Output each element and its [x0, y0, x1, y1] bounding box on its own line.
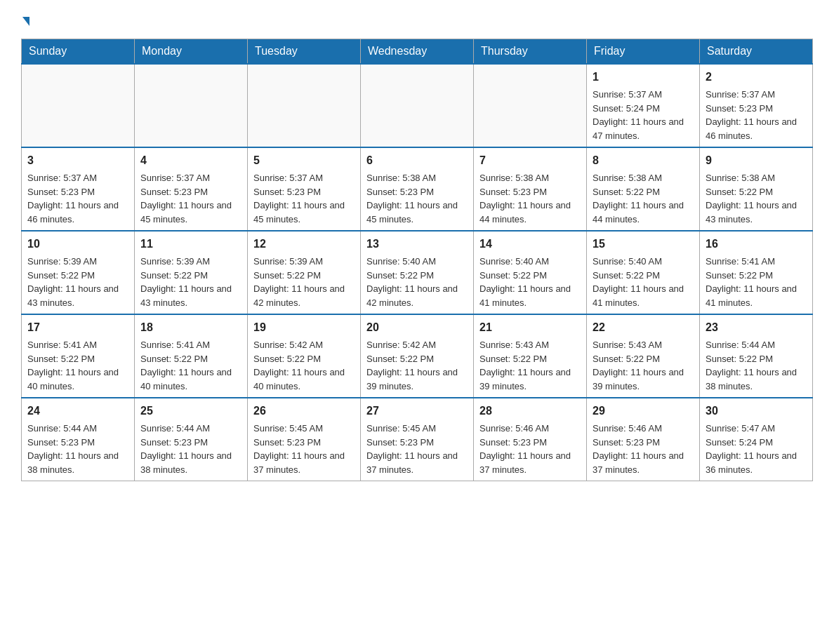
- calendar-cell: 23Sunrise: 5:44 AMSunset: 5:22 PMDayligh…: [700, 314, 813, 398]
- col-tuesday: Tuesday: [248, 39, 361, 65]
- cell-content: 15Sunrise: 5:40 AMSunset: 5:22 PMDayligh…: [593, 236, 694, 309]
- cell-content: 1Sunrise: 5:37 AMSunset: 5:24 PMDaylight…: [593, 69, 694, 142]
- day-number: 6: [366, 152, 468, 169]
- day-number: 21: [479, 319, 581, 336]
- calendar-cell: [361, 64, 474, 147]
- day-number: 13: [366, 236, 468, 253]
- calendar-cell: 6Sunrise: 5:38 AMSunset: 5:23 PMDaylight…: [361, 147, 474, 231]
- day-number: 11: [140, 236, 241, 253]
- calendar-cell: 1Sunrise: 5:37 AMSunset: 5:24 PMDaylight…: [587, 64, 700, 147]
- week-row-2: 3Sunrise: 5:37 AMSunset: 5:23 PMDaylight…: [22, 147, 813, 231]
- day-number: 29: [593, 403, 694, 420]
- calendar-table: Sunday Monday Tuesday Wednesday Thursday…: [21, 39, 813, 481]
- calendar-cell: 24Sunrise: 5:44 AMSunset: 5:23 PMDayligh…: [22, 398, 135, 481]
- calendar-cell: 15Sunrise: 5:40 AMSunset: 5:22 PMDayligh…: [587, 231, 700, 314]
- day-number: 5: [253, 152, 355, 169]
- cell-content: 26Sunrise: 5:45 AMSunset: 5:23 PMDayligh…: [253, 403, 355, 476]
- day-number: 9: [706, 152, 807, 169]
- page-header: [21, 14, 813, 26]
- logo: [21, 14, 29, 26]
- cell-content: 13Sunrise: 5:40 AMSunset: 5:22 PMDayligh…: [366, 236, 468, 309]
- day-number: 19: [253, 319, 355, 336]
- calendar-cell: 7Sunrise: 5:38 AMSunset: 5:23 PMDaylight…: [474, 147, 587, 231]
- day-number: 2: [706, 69, 807, 86]
- cell-content: 28Sunrise: 5:46 AMSunset: 5:23 PMDayligh…: [479, 403, 581, 476]
- calendar-cell: 29Sunrise: 5:46 AMSunset: 5:23 PMDayligh…: [587, 398, 700, 481]
- col-friday: Friday: [587, 39, 700, 65]
- col-saturday: Saturday: [700, 39, 813, 65]
- day-number: 7: [479, 152, 581, 169]
- cell-content: 3Sunrise: 5:37 AMSunset: 5:23 PMDaylight…: [27, 152, 128, 226]
- calendar-cell: 30Sunrise: 5:47 AMSunset: 5:24 PMDayligh…: [700, 398, 813, 481]
- cell-content: 9Sunrise: 5:38 AMSunset: 5:22 PMDaylight…: [706, 152, 807, 226]
- cell-content: 21Sunrise: 5:43 AMSunset: 5:22 PMDayligh…: [479, 319, 581, 393]
- cell-content: 11Sunrise: 5:39 AMSunset: 5:22 PMDayligh…: [140, 236, 241, 309]
- calendar-cell: 22Sunrise: 5:43 AMSunset: 5:22 PMDayligh…: [587, 314, 700, 398]
- day-number: 20: [366, 319, 468, 336]
- calendar-cell: 18Sunrise: 5:41 AMSunset: 5:22 PMDayligh…: [135, 314, 248, 398]
- cell-content: 23Sunrise: 5:44 AMSunset: 5:22 PMDayligh…: [706, 319, 807, 393]
- day-number: 23: [706, 319, 807, 336]
- day-number: 4: [140, 152, 241, 169]
- day-number: 12: [253, 236, 355, 253]
- col-monday: Monday: [135, 39, 248, 65]
- calendar-cell: 14Sunrise: 5:40 AMSunset: 5:22 PMDayligh…: [474, 231, 587, 314]
- calendar-cell: 13Sunrise: 5:40 AMSunset: 5:22 PMDayligh…: [361, 231, 474, 314]
- calendar-cell: 9Sunrise: 5:38 AMSunset: 5:22 PMDaylight…: [700, 147, 813, 231]
- calendar-cell: 3Sunrise: 5:37 AMSunset: 5:23 PMDaylight…: [22, 147, 135, 231]
- calendar-cell: [248, 64, 361, 147]
- cell-content: 12Sunrise: 5:39 AMSunset: 5:22 PMDayligh…: [253, 236, 355, 309]
- day-number: 3: [27, 152, 128, 169]
- day-number: 16: [706, 236, 807, 253]
- cell-content: 24Sunrise: 5:44 AMSunset: 5:23 PMDayligh…: [27, 403, 128, 476]
- calendar-cell: 5Sunrise: 5:37 AMSunset: 5:23 PMDaylight…: [248, 147, 361, 231]
- cell-content: 8Sunrise: 5:38 AMSunset: 5:22 PMDaylight…: [593, 152, 694, 226]
- cell-content: 22Sunrise: 5:43 AMSunset: 5:22 PMDayligh…: [593, 319, 694, 393]
- calendar-header-row: Sunday Monday Tuesday Wednesday Thursday…: [22, 39, 813, 65]
- day-number: 27: [366, 403, 468, 420]
- day-number: 10: [27, 236, 128, 253]
- cell-content: 20Sunrise: 5:42 AMSunset: 5:22 PMDayligh…: [366, 319, 468, 393]
- week-row-3: 10Sunrise: 5:39 AMSunset: 5:22 PMDayligh…: [22, 231, 813, 314]
- calendar-cell: 17Sunrise: 5:41 AMSunset: 5:22 PMDayligh…: [22, 314, 135, 398]
- day-number: 22: [593, 319, 694, 336]
- calendar-cell: 20Sunrise: 5:42 AMSunset: 5:22 PMDayligh…: [361, 314, 474, 398]
- cell-content: 29Sunrise: 5:46 AMSunset: 5:23 PMDayligh…: [593, 403, 694, 476]
- day-number: 28: [479, 403, 581, 420]
- cell-content: 18Sunrise: 5:41 AMSunset: 5:22 PMDayligh…: [140, 319, 241, 393]
- day-number: 30: [706, 403, 807, 420]
- calendar-cell: 4Sunrise: 5:37 AMSunset: 5:23 PMDaylight…: [135, 147, 248, 231]
- calendar-cell: 25Sunrise: 5:44 AMSunset: 5:23 PMDayligh…: [135, 398, 248, 481]
- week-row-5: 24Sunrise: 5:44 AMSunset: 5:23 PMDayligh…: [22, 398, 813, 481]
- calendar-cell: 10Sunrise: 5:39 AMSunset: 5:22 PMDayligh…: [22, 231, 135, 314]
- col-thursday: Thursday: [474, 39, 587, 65]
- week-row-1: 1Sunrise: 5:37 AMSunset: 5:24 PMDaylight…: [22, 64, 813, 147]
- cell-content: 7Sunrise: 5:38 AMSunset: 5:23 PMDaylight…: [479, 152, 581, 226]
- week-row-4: 17Sunrise: 5:41 AMSunset: 5:22 PMDayligh…: [22, 314, 813, 398]
- day-number: 17: [27, 319, 128, 336]
- day-number: 25: [140, 403, 241, 420]
- day-number: 15: [593, 236, 694, 253]
- calendar-cell: 28Sunrise: 5:46 AMSunset: 5:23 PMDayligh…: [474, 398, 587, 481]
- cell-content: 16Sunrise: 5:41 AMSunset: 5:22 PMDayligh…: [706, 236, 807, 309]
- calendar-cell: 11Sunrise: 5:39 AMSunset: 5:22 PMDayligh…: [135, 231, 248, 314]
- cell-content: 25Sunrise: 5:44 AMSunset: 5:23 PMDayligh…: [140, 403, 241, 476]
- calendar-cell: 2Sunrise: 5:37 AMSunset: 5:23 PMDaylight…: [700, 64, 813, 147]
- day-number: 26: [253, 403, 355, 420]
- calendar-cell: 21Sunrise: 5:43 AMSunset: 5:22 PMDayligh…: [474, 314, 587, 398]
- calendar-cell: 12Sunrise: 5:39 AMSunset: 5:22 PMDayligh…: [248, 231, 361, 314]
- calendar-cell: [22, 64, 135, 147]
- day-number: 18: [140, 319, 241, 336]
- calendar-cell: [474, 64, 587, 147]
- cell-content: 4Sunrise: 5:37 AMSunset: 5:23 PMDaylight…: [140, 152, 241, 226]
- calendar-cell: 16Sunrise: 5:41 AMSunset: 5:22 PMDayligh…: [700, 231, 813, 314]
- day-number: 8: [593, 152, 694, 169]
- cell-content: 27Sunrise: 5:45 AMSunset: 5:23 PMDayligh…: [366, 403, 468, 476]
- cell-content: 5Sunrise: 5:37 AMSunset: 5:23 PMDaylight…: [253, 152, 355, 226]
- calendar-cell: 19Sunrise: 5:42 AMSunset: 5:22 PMDayligh…: [248, 314, 361, 398]
- cell-content: 30Sunrise: 5:47 AMSunset: 5:24 PMDayligh…: [706, 403, 807, 476]
- cell-content: 17Sunrise: 5:41 AMSunset: 5:22 PMDayligh…: [27, 319, 128, 393]
- col-sunday: Sunday: [22, 39, 135, 65]
- logo-arrow-icon: [22, 17, 29, 26]
- calendar-cell: 26Sunrise: 5:45 AMSunset: 5:23 PMDayligh…: [248, 398, 361, 481]
